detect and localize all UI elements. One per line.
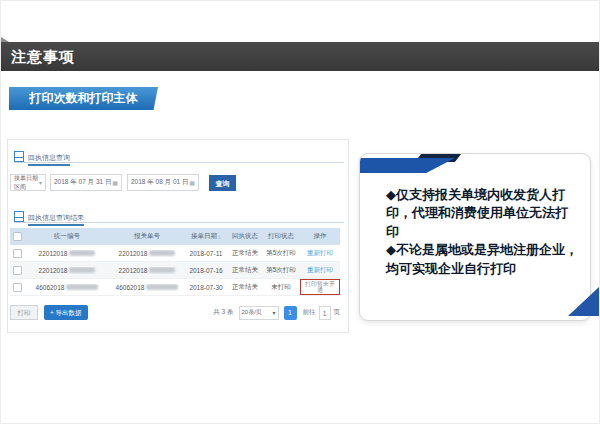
ribbon-blue-accent [359, 158, 455, 173]
masked-number-blur [66, 284, 98, 290]
date-range-select[interactable]: 接单日期区间 ▾ [10, 174, 46, 191]
receipt-status: 正常结关 [228, 249, 262, 258]
result-section-header: 回执信息查询结果 [14, 206, 344, 223]
receipt-status: 正常结关 [228, 266, 262, 275]
plus-icon: + [50, 309, 54, 316]
receipt-status: 正常结关 [228, 283, 262, 292]
result-section-title: 回执信息查询结果 [28, 214, 84, 226]
chevron-down-icon: ▾ [272, 309, 275, 316]
col-header-unified-no: 统一编号 [24, 232, 110, 241]
reprint-link[interactable]: 重新打印 [307, 249, 333, 258]
date-range-select-label: 接单日期区间 [14, 174, 39, 192]
table-header-row: 统一编号 报关单号 接单日期 ↓ 回执状态 打印状态 操作 [10, 228, 340, 245]
col-header-declaration-no: 报关单号 [110, 232, 184, 241]
print-status: 未打印 [262, 283, 300, 292]
print-status: 第5次打印 [262, 249, 300, 258]
topic-badge: 打印次数和打印主体 [9, 87, 158, 110]
unified-no: 22012018 [39, 267, 68, 274]
document-search-icon [14, 151, 24, 162]
masked-number-blur [69, 267, 95, 273]
date-from-value: 2018 年 07 月 31 日 [54, 178, 111, 187]
goto-suffix-label: 页 [334, 308, 341, 317]
masked-number-blur [146, 284, 178, 290]
goto-page-input[interactable]: 1 [319, 306, 331, 320]
declaration-no: 22012018 [119, 250, 148, 257]
reprint-link[interactable]: 重新打印 [307, 266, 333, 275]
row-checkbox[interactable] [13, 249, 22, 258]
note-bullet-1: ◆仅支持报关单境内收发货人打印，代理和消费使用单位无法打印 [386, 186, 579, 241]
table-row: 46062018 46062018 2018-07-30 正常结关 未打印 打印… [10, 279, 340, 296]
highlighted-action-label[interactable]: 打印暂未开通 [300, 279, 340, 295]
total-count-label: 共 3 条 [213, 308, 233, 317]
date-from-input[interactable]: 2018 年 07 月 31 日 ▦ [50, 174, 122, 191]
section-banner: 注意事项 [1, 42, 600, 71]
col-header-action: 操作 [300, 232, 340, 241]
unified-no: 22012018 [39, 250, 68, 257]
col-header-receipt-status: 回执状态 [228, 232, 262, 241]
col-header-date[interactable]: 接单日期 ↓ [184, 232, 228, 241]
result-table: 统一编号 报关单号 接单日期 ↓ 回执状态 打印状态 操作 22012018 2… [10, 228, 340, 296]
row-checkbox[interactable] [13, 283, 22, 292]
masked-number-blur [69, 250, 95, 256]
table-footer-actions: 打印 + 导出数据 [10, 305, 88, 320]
calendar-icon: ▦ [112, 179, 118, 186]
table-row: 22012018 22012018 2018-07-16 正常结关 第5次打印 … [10, 262, 340, 279]
receipt-date: 2018-07-30 [184, 284, 228, 291]
chevron-down-icon: ▾ [39, 179, 42, 186]
print-button[interactable]: 打印 [10, 305, 38, 320]
table-row: 22012018 22012018 2018-07-11 正常结关 第5次打印 … [10, 245, 340, 262]
note-bullets: ◆仅支持报关单境内收发货人打印，代理和消费使用单位无法打印 ◆不论是属地或是异地… [386, 186, 579, 278]
banner-title: 注意事项 [11, 48, 75, 65]
pagination-bar: 共 3 条 20条/页 ▾ 1 前往 1 页 [213, 305, 340, 320]
select-all-checkbox[interactable] [13, 232, 22, 241]
masked-number-blur [149, 250, 175, 256]
export-data-button[interactable]: + 导出数据 [44, 305, 88, 320]
note-bullet-2: ◆不论是属地或是异地注册企业，均可实现企业自行打印 [386, 241, 579, 278]
app-screenshot: 回执信息查询 接单日期区间 ▾ 2018 年 07 月 31 日 ▦ 2018 … [7, 139, 349, 333]
sort-desc-icon: ↓ [218, 234, 221, 240]
declaration-no: 46062018 [116, 284, 145, 291]
date-to-input[interactable]: 2018 年 08 月 01 日 ▦ [127, 174, 199, 191]
note-callout-card: ◆仅支持报关单境内收发货人打印，代理和消费使用单位无法打印 ◆不论是属地或是异地… [359, 153, 591, 321]
filter-bar: 接单日期区间 ▾ 2018 年 07 月 31 日 ▦ 2018 年 08 月 … [10, 174, 236, 191]
document-list-icon [14, 211, 24, 222]
query-section-header: 回执信息查询 [14, 146, 344, 163]
calendar-icon: ▦ [189, 179, 195, 186]
slide: 注意事项 打印次数和打印主体 回执信息查询 接单日期区间 ▾ 2018 年 07… [0, 0, 600, 424]
page-size-select[interactable]: 20条/页 ▾ [239, 306, 279, 320]
col-header-print-status: 打印状态 [262, 232, 300, 241]
current-page-button[interactable]: 1 [284, 306, 297, 320]
row-checkbox[interactable] [13, 266, 22, 275]
unified-no: 46062018 [36, 284, 65, 291]
query-section-title: 回执信息查询 [28, 154, 70, 166]
masked-number-blur [149, 267, 175, 273]
search-button[interactable]: 查询 [209, 175, 236, 191]
declaration-no: 22012018 [119, 267, 148, 274]
goto-label: 前往 [303, 308, 316, 317]
receipt-date: 2018-07-16 [184, 267, 228, 274]
receipt-date: 2018-07-11 [184, 250, 228, 257]
print-status: 第5次打印 [262, 266, 300, 275]
date-to-value: 2018 年 08 月 01 日 [131, 178, 188, 187]
